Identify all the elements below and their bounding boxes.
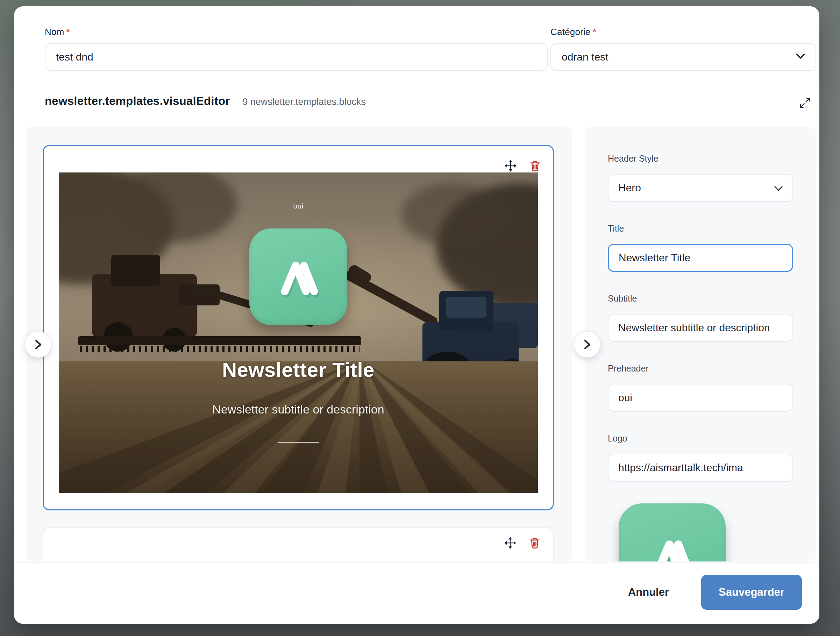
- trash-icon[interactable]: [528, 536, 542, 550]
- chevron-down-icon: [774, 182, 783, 194]
- required-asterisk: *: [66, 27, 70, 37]
- title-label: Title: [608, 223, 793, 234]
- category-select[interactable]: odran test: [550, 43, 816, 71]
- category-field-label: Catégorie*: [550, 27, 596, 38]
- hero-dark-overlay: [59, 172, 538, 493]
- logo-label: Logo: [608, 433, 793, 444]
- hero-divider: [278, 442, 319, 443]
- header-style-label: Header Style: [608, 153, 793, 164]
- collapse-panel-chevron-right-icon[interactable]: [574, 332, 600, 358]
- preheader-input[interactable]: [608, 384, 793, 412]
- required-asterisk: *: [593, 27, 596, 37]
- cancel-button[interactable]: Annuler: [618, 579, 679, 606]
- name-input[interactable]: [45, 43, 548, 71]
- move-icon[interactable]: [504, 159, 517, 172]
- template-editor-dialog: Nom* Catégorie* odran test newsletter.te…: [14, 6, 819, 624]
- trash-icon[interactable]: [528, 159, 542, 172]
- save-button[interactable]: Sauvegarder: [701, 575, 802, 610]
- dialog-footer: Annuler Sauvegarder: [14, 562, 819, 624]
- name-label-text: Nom: [45, 27, 64, 37]
- editor-heading: newsletter.templates.visualEditor 9 news…: [45, 95, 366, 108]
- blocks-count-text: 9 newsletter.templates.blocks: [242, 97, 366, 108]
- next-block[interactable]: [43, 527, 554, 562]
- title-input[interactable]: [608, 244, 793, 272]
- logo-preview: [619, 503, 726, 562]
- visual-editor-canvas: oui Newsletter Title Newsletter subtitle…: [26, 127, 572, 562]
- logo-url-input[interactable]: [608, 454, 793, 482]
- expand-icon[interactable]: [797, 95, 813, 111]
- block-inspector-panel: Header Style Hero Title Subtitle Prehead…: [585, 127, 816, 562]
- hero-preheader-text: oui: [59, 202, 538, 210]
- header-style-value: Hero: [618, 182, 774, 194]
- category-selected-value: odran test: [562, 51, 796, 63]
- visual-editor-title: newsletter.templates.visualEditor: [45, 95, 230, 108]
- move-icon[interactable]: [504, 536, 517, 550]
- subtitle-input[interactable]: [608, 314, 793, 342]
- hero-block[interactable]: oui Newsletter Title Newsletter subtitle…: [43, 145, 554, 510]
- subtitle-label: Subtitle: [608, 294, 793, 304]
- hero-title-text: Newsletter Title: [59, 358, 538, 381]
- collapse-left-chevron-right-icon[interactable]: [25, 332, 51, 358]
- header-style-select[interactable]: Hero: [608, 174, 793, 202]
- preheader-label: Preheader: [608, 364, 793, 373]
- chevron-down-icon: [796, 54, 805, 60]
- hero-preview-image: oui Newsletter Title Newsletter subtitle…: [59, 172, 538, 493]
- category-label-text: Catégorie: [550, 27, 591, 37]
- brand-logo: [249, 228, 347, 325]
- hero-subtitle-text: Newsletter subtitle or description: [59, 403, 538, 416]
- name-field-label: Nom*: [45, 27, 70, 38]
